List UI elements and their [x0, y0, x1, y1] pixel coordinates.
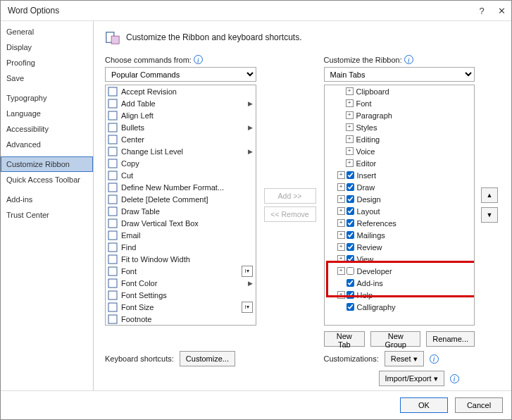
tree-expander-icon[interactable]: + — [346, 147, 354, 155]
tree-tab[interactable]: +Developer — [325, 265, 475, 277]
sidebar-item[interactable]: Quick Access Toolbar — [1, 172, 93, 187]
tree-tab[interactable]: +Help — [325, 289, 475, 301]
sidebar-item[interactable]: Advanced — [1, 137, 93, 152]
command-item[interactable]: Cut — [106, 169, 256, 181]
sidebar-item[interactable]: Trust Center — [1, 207, 93, 223]
command-item[interactable]: Find — [106, 241, 256, 253]
command-item[interactable]: Font Settings — [106, 289, 256, 301]
tree-expander-icon[interactable]: + — [337, 267, 345, 275]
tree-expander-icon[interactable]: + — [346, 159, 354, 167]
tree-expander-icon[interactable]: + — [337, 183, 345, 191]
command-item[interactable]: Bullets▶ — [106, 121, 256, 133]
sidebar-item[interactable]: Display — [1, 39, 93, 55]
tree-tab[interactable]: +Insert — [325, 169, 475, 181]
tab-checkbox[interactable] — [346, 291, 354, 299]
command-item[interactable]: Font Color▶ — [106, 277, 256, 289]
import-export-dropdown[interactable]: Import/Export ▾ — [379, 371, 444, 386]
tab-checkbox[interactable] — [346, 243, 354, 251]
tab-checkbox[interactable] — [346, 183, 354, 191]
command-item[interactable]: Draw Vertical Text Box — [106, 217, 256, 229]
reset-dropdown[interactable]: Reset ▾ — [385, 351, 424, 366]
command-item[interactable]: Add Table▶ — [106, 97, 256, 109]
command-item[interactable]: FontI▾ — [106, 265, 256, 277]
close-button[interactable]: ✕ — [492, 1, 511, 20]
sidebar-item[interactable]: Add-ins — [1, 192, 93, 207]
command-item[interactable]: Align Left — [106, 109, 256, 121]
tab-checkbox[interactable] — [346, 303, 354, 311]
cancel-button[interactable]: Cancel — [455, 397, 503, 413]
tree-expander-icon[interactable]: + — [337, 195, 345, 203]
tree-group[interactable]: +Styles — [325, 121, 475, 133]
command-item[interactable]: Center — [106, 133, 256, 145]
rename-button[interactable]: Rename... — [426, 331, 475, 347]
tree-tab[interactable]: +Design — [325, 193, 475, 205]
tree-tab[interactable]: +View — [325, 253, 475, 265]
customize-ribbon-dropdown[interactable]: Main Tabs — [324, 67, 475, 82]
tab-checkbox[interactable] — [346, 195, 354, 203]
tree-expander-icon[interactable]: + — [346, 87, 354, 95]
command-item[interactable]: Delete [Delete Comment] — [106, 193, 256, 205]
ok-button[interactable]: OK — [400, 397, 448, 413]
tree-expander-icon[interactable]: + — [346, 111, 354, 119]
tree-expander-icon[interactable]: + — [337, 255, 345, 263]
command-item[interactable]: Copy — [106, 157, 256, 169]
tree-expander-icon[interactable]: + — [337, 219, 345, 227]
new-tab-button[interactable]: New Tab — [324, 331, 366, 347]
tree-expander-icon[interactable]: + — [346, 99, 354, 107]
info-icon[interactable]: i — [450, 374, 459, 383]
remove-button[interactable]: << Remove — [264, 206, 316, 222]
tree-expander-icon[interactable]: + — [337, 291, 345, 299]
tree-expander-icon[interactable]: + — [346, 123, 354, 131]
sidebar-item[interactable]: Accessibility — [1, 121, 93, 137]
command-item[interactable]: Format Painter — [106, 325, 256, 326]
tab-checkbox[interactable] — [346, 255, 354, 263]
command-item[interactable]: Email — [106, 229, 256, 241]
move-up-button[interactable]: ▲ — [481, 187, 498, 203]
tree-tab[interactable]: +Review — [325, 241, 475, 253]
tree-expander-icon[interactable]: + — [346, 135, 354, 143]
tree-expander-icon[interactable]: + — [337, 243, 345, 251]
tree-group[interactable]: +Voice — [325, 145, 475, 157]
tree-expander-icon[interactable]: + — [337, 231, 345, 239]
tab-checkbox[interactable] — [346, 231, 354, 239]
sidebar-item[interactable]: Save — [1, 70, 93, 86]
sidebar-item[interactable]: Typography — [1, 90, 93, 106]
commands-listbox[interactable]: Accept RevisionAdd Table▶Align LeftBulle… — [105, 85, 256, 326]
sidebar-item[interactable]: Proofing — [1, 55, 93, 70]
help-button[interactable]: ? — [472, 1, 492, 20]
tree-tab[interactable]: +Mailings — [325, 229, 475, 241]
command-item[interactable]: Define New Number Format... — [106, 181, 256, 193]
tree-group[interactable]: +Editor — [325, 157, 475, 169]
command-item[interactable]: Font SizeI▾ — [106, 301, 256, 313]
sidebar-item[interactable]: Language — [1, 106, 93, 121]
info-icon[interactable]: i — [430, 354, 439, 364]
customize-shortcuts-button[interactable]: Customize... — [180, 351, 235, 366]
add-button[interactable]: Add >> — [264, 188, 316, 204]
command-item[interactable]: Draw Table — [106, 205, 256, 217]
move-down-button[interactable]: ▼ — [481, 207, 498, 223]
tree-group[interactable]: +Editing — [325, 133, 475, 145]
tab-checkbox[interactable] — [346, 267, 354, 275]
tree-tab[interactable]: +Layout — [325, 205, 475, 217]
tab-checkbox[interactable] — [346, 207, 354, 215]
command-item[interactable]: Footnote — [106, 313, 256, 325]
command-item[interactable]: Accept Revision — [106, 85, 256, 97]
choose-commands-dropdown[interactable]: Popular Commands — [105, 67, 256, 82]
info-icon[interactable]: i — [404, 55, 413, 64]
sidebar-item[interactable]: Customize Ribbon — [1, 156, 93, 172]
tree-group[interactable]: +Clipboard — [325, 85, 475, 97]
tree-tab[interactable]: +Draw — [325, 181, 475, 193]
new-group-button[interactable]: New Group — [370, 331, 420, 347]
tree-tab[interactable]: +References — [325, 217, 475, 229]
command-item[interactable]: Change List Level▶ — [106, 145, 256, 157]
tree-expander-icon[interactable]: + — [337, 171, 345, 179]
tab-checkbox[interactable] — [346, 279, 354, 287]
tab-checkbox[interactable] — [346, 171, 354, 179]
info-icon[interactable]: i — [194, 55, 203, 64]
sidebar-item[interactable]: General — [1, 24, 93, 39]
tree-tab[interactable]: Add-ins — [325, 277, 475, 289]
command-item[interactable]: Fit to Window Width — [106, 253, 256, 265]
tree-tab[interactable]: Calligraphy — [325, 301, 475, 313]
tab-checkbox[interactable] — [346, 219, 354, 227]
tree-expander-icon[interactable]: + — [337, 207, 345, 215]
